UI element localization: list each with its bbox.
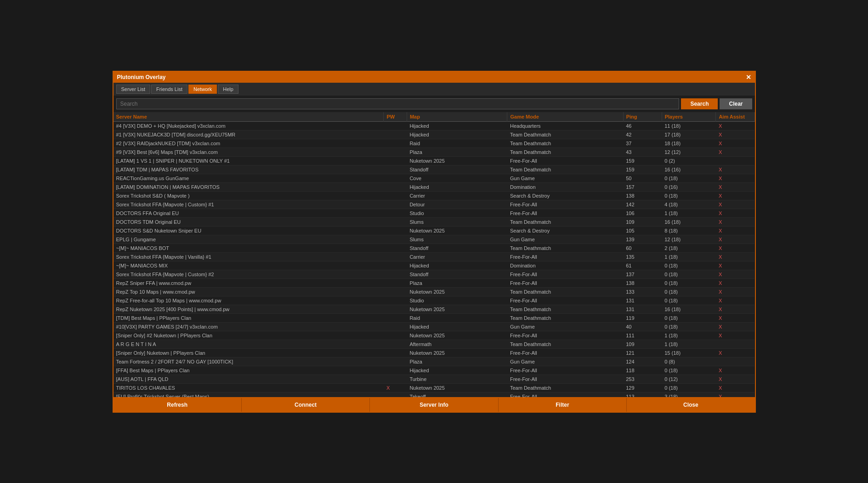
table-row[interactable]: #2 [V3X] RAIDjackNUKED [TDM] v3xclan.com… xyxy=(113,139,755,148)
table-row[interactable]: [Sniper Only] Nuketown | PPlayers ClanNu… xyxy=(113,348,755,357)
nav-help[interactable]: Help xyxy=(218,85,238,94)
cell-pw xyxy=(384,357,407,366)
cell-map: Cove xyxy=(407,174,507,182)
header-players[interactable]: Players xyxy=(662,112,716,122)
cell-map: Standoff xyxy=(407,165,507,174)
cell-aim-assist: X xyxy=(716,174,755,182)
cell-players: 11 (18) xyxy=(662,121,716,130)
table-row[interactable]: EPLG | GungameSlumsGun Game13912 (18)X xyxy=(113,235,755,244)
cell-server-name: Team Fortness 2 / 2FORT 24/7 NO GAY [100… xyxy=(113,357,384,366)
nav-network[interactable]: Network xyxy=(188,85,217,94)
cell-ping: 118 xyxy=(623,366,662,375)
cell-game-mode: Team Deathmatch xyxy=(507,305,623,313)
header-server-name[interactable]: Server Name xyxy=(113,112,384,122)
cell-ping: 119 xyxy=(623,313,662,322)
table-row[interactable]: Sorex Trickshot FFA {Mapvote | Vanilla} … xyxy=(113,252,755,261)
cell-pw xyxy=(384,331,407,340)
cell-map: Hijacked xyxy=(407,366,507,375)
cell-game-mode: Team Deathmatch xyxy=(507,139,623,148)
cell-ping: 138 xyxy=(623,191,662,200)
table-row[interactable]: [TDM] Best Maps | PPlayers ClanRaidTeam … xyxy=(113,313,755,322)
cell-server-name: Sorex Trickshot FFA {Mapvote | Vanilla} … xyxy=(113,252,384,261)
cell-map: Aftermath xyxy=(407,340,507,348)
table-row[interactable]: ~[M]~ MANIACOS MIXHijackedDomination610 … xyxy=(113,261,755,270)
cell-pw xyxy=(384,392,407,397)
cell-aim-assist: X xyxy=(716,226,755,235)
cell-pw xyxy=(384,130,407,139)
cell-map: Slums xyxy=(407,217,507,226)
table-row[interactable]: #4 [V3X] DEMO + HQ [Nukejacked] v3xclan.… xyxy=(113,121,755,130)
cell-aim-assist: X xyxy=(716,252,755,261)
cell-aim-assist: X xyxy=(716,244,755,252)
cell-aim-assist: X xyxy=(716,261,755,270)
cell-server-name: DOCTORS FFA Original EU xyxy=(113,209,384,217)
table-row[interactable]: Sorex Trickshot FFA {Mapvote | Custom} #… xyxy=(113,270,755,278)
table-row[interactable]: [FFA] Best Maps | PPlayers ClanHijackedF… xyxy=(113,366,755,375)
cell-game-mode: Team Deathmatch xyxy=(507,165,623,174)
cell-ping: 106 xyxy=(623,209,662,217)
cell-server-name: Sorex Trickshot FFA {Mapvote | Custom} #… xyxy=(113,200,384,209)
table-row[interactable]: Team Fortness 2 / 2FORT 24/7 NO GAY [100… xyxy=(113,357,755,366)
table-row[interactable]: ~[M]~ MANIACOS BOTStandoffTeam Deathmatc… xyxy=(113,244,755,252)
cell-ping: 60 xyxy=(623,244,662,252)
close-button[interactable]: ✕ xyxy=(746,74,751,81)
cell-players: 0 (18) xyxy=(662,270,716,278)
table-row[interactable]: REACTionGaming.us GunGameCoveGun Game500… xyxy=(113,174,755,182)
cell-pw xyxy=(384,182,407,191)
header-game-mode[interactable]: Game Mode xyxy=(507,112,623,122)
table-row[interactable]: #1 [V3X] NUKEJACK3D [TDM] discord.gg/XEU… xyxy=(113,130,755,139)
cell-server-name: [Sniper Only] #2 Nuketown | PPlayers Cla… xyxy=(113,331,384,340)
table-row[interactable]: DOCTORS TDM Original EUSlumsTeam Deathma… xyxy=(113,217,755,226)
cell-map: Nuketown 2025 xyxy=(407,383,507,392)
cell-players: 12 (12) xyxy=(662,148,716,156)
server-info-button[interactable]: Server Info xyxy=(370,398,498,412)
cell-pw xyxy=(384,191,407,200)
cell-server-name: RepZ Top 10 Maps | www.cmod.pw xyxy=(113,287,384,296)
table-row[interactable]: RepZ Free-for-all Top 10 Maps | www.cmod… xyxy=(113,296,755,305)
table-row[interactable]: RepZ Nuketown 2025 [400 Points] | www.cm… xyxy=(113,305,755,313)
table-row[interactable]: [LATAM] 1 VS 1 | SNIPER | NUKETOWN ONLY … xyxy=(113,156,755,165)
cell-players: 0 (2) xyxy=(662,156,716,165)
nav-server-list[interactable]: Server List xyxy=(116,85,151,94)
search-input[interactable] xyxy=(116,98,680,109)
cell-aim-assist: X xyxy=(716,139,755,148)
table-row[interactable]: Sorex Trickshot FFA {Mapvote | Custom} #… xyxy=(113,200,755,209)
filter-button[interactable]: Filter xyxy=(499,398,627,412)
table-row[interactable]: Sorex Trickshot S&D ( Mapvote )CarrierSe… xyxy=(113,191,755,200)
cell-pw xyxy=(384,270,407,278)
connect-button[interactable]: Connect xyxy=(242,398,370,412)
header-ping[interactable]: Ping xyxy=(623,112,662,122)
cell-ping: 133 xyxy=(623,287,662,296)
close-window-button[interactable]: Close xyxy=(627,398,755,412)
header-aim-assist[interactable]: Aim Assist xyxy=(716,112,755,122)
cell-pw xyxy=(384,322,407,331)
cell-ping: 40 xyxy=(623,322,662,331)
cell-aim-assist: X xyxy=(716,296,755,305)
cell-players: 3 (18) xyxy=(662,392,716,397)
table-row[interactable]: [EU] Profit's Trickshot Server (Best Map… xyxy=(113,392,755,397)
table-row[interactable]: TIRITOS LOS CHAVALESXNuketown 2025Team D… xyxy=(113,383,755,392)
table-row[interactable]: DOCTORS S&D Nuketown Sniper EUNuketown 2… xyxy=(113,226,755,235)
table-row[interactable]: [AUS] AOTL | FFA QLDTurbineFree-For-All2… xyxy=(113,375,755,383)
table-row[interactable]: [LATAM] DOMINATION | MAPAS FAVORITOSHija… xyxy=(113,182,755,191)
table-row[interactable]: RepZ Sniper FFA | www.cmod.pwPlazaFree-F… xyxy=(113,278,755,287)
header-map[interactable]: Map xyxy=(407,112,507,122)
cell-server-name: #10[V3X] PARTY GAMES [24/7] v3xclan.com xyxy=(113,322,384,331)
search-button[interactable]: Search xyxy=(681,98,718,109)
nav-friends-list[interactable]: Friends List xyxy=(151,85,187,94)
header-pw[interactable]: PW xyxy=(384,112,407,122)
table-row[interactable]: DOCTORS FFA Original EUStudioFree-For-Al… xyxy=(113,209,755,217)
cell-game-mode: Team Deathmatch xyxy=(507,217,623,226)
table-row[interactable]: RepZ Top 10 Maps | www.cmod.pwNuketown 2… xyxy=(113,287,755,296)
refresh-button[interactable]: Refresh xyxy=(113,398,242,412)
table-row[interactable]: [LATAM] TDM | MAPAS FAVORITOSStandoffTea… xyxy=(113,165,755,174)
table-row[interactable]: [Sniper Only] #2 Nuketown | PPlayers Cla… xyxy=(113,331,755,340)
table-row[interactable]: #9 [V3X] Best [6v6] Maps [TDM] v3xclan.c… xyxy=(113,148,755,156)
cell-game-mode: Domination xyxy=(507,261,623,270)
table-row[interactable]: #10[V3X] PARTY GAMES [24/7] v3xclan.comH… xyxy=(113,322,755,331)
cell-pw xyxy=(384,375,407,383)
clear-button[interactable]: Clear xyxy=(720,98,752,109)
cell-players: 16 (18) xyxy=(662,305,716,313)
table-row[interactable]: A R G E N T I N AAftermathTeam Deathmatc… xyxy=(113,340,755,348)
cell-aim-assist: X xyxy=(716,165,755,174)
